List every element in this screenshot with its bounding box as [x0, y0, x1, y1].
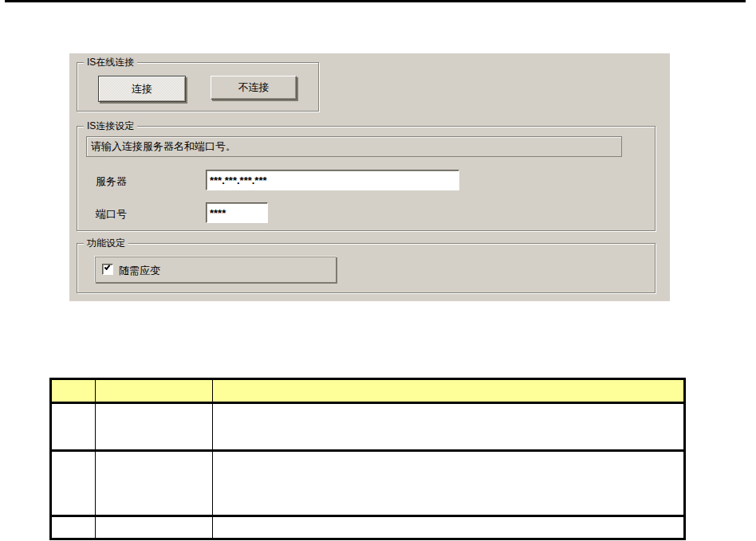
group-online-connection-title: IS在线连接: [84, 57, 137, 68]
port-label: 端口号: [96, 207, 127, 221]
manual-page: { "page": { "background": "#ffffff", "ru…: [0, 0, 756, 541]
reference-table: [49, 378, 686, 540]
table-cell: [213, 517, 683, 538]
on-demand-checkbox[interactable]: [102, 264, 113, 275]
checkmark-icon: [104, 264, 111, 270]
group-function-settings-title: 功能设定: [84, 237, 128, 249]
page-top-rule: [5, 0, 746, 2]
table-cell: [52, 517, 96, 538]
is-connection-dialog: IS在线连接 连接 不连接 IS连接设定 请输入连接服务器名和端口号。 服务器 …: [69, 53, 670, 301]
table-cell: [213, 452, 683, 517]
table-cell: [213, 404, 683, 452]
instruction-text: 请输入连接服务器名和端口号。: [86, 136, 622, 157]
on-demand-checkbox-label: 随需应变: [119, 264, 160, 278]
table-cell: [52, 404, 96, 452]
table-cell: [52, 452, 96, 517]
port-input[interactable]: [206, 202, 268, 223]
table-header-cell: [96, 380, 213, 404]
table-cell: [96, 404, 213, 452]
server-input[interactable]: [206, 170, 459, 190]
server-label: 服务器: [96, 174, 127, 189]
table-header-cell: [52, 380, 96, 404]
table-header-cell: [213, 380, 683, 404]
table-cell: [96, 517, 213, 538]
connect-button[interactable]: 连接: [98, 76, 186, 102]
on-demand-panel: 随需应变: [94, 256, 336, 282]
disconnect-button[interactable]: 不连接: [211, 76, 297, 100]
group-connection-settings-title: IS连接设定: [84, 120, 137, 131]
table-cell: [96, 452, 213, 517]
